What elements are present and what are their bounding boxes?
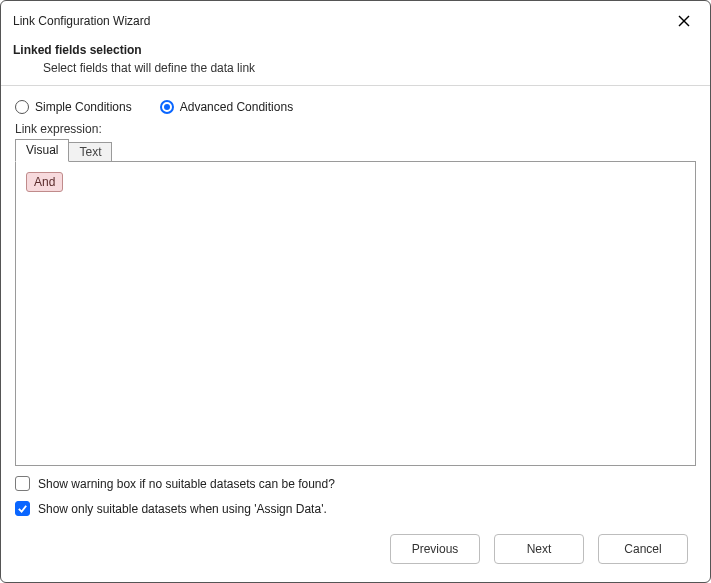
radio-icon: [160, 100, 174, 114]
page-heading: Linked fields selection: [13, 43, 698, 57]
suitable-checkbox-label: Show only suitable datasets when using '…: [38, 502, 327, 516]
cancel-button[interactable]: Cancel: [598, 534, 688, 564]
condition-mode-group: Simple Conditions Advanced Conditions: [15, 100, 696, 114]
suitable-option-row: Show only suitable datasets when using '…: [15, 501, 696, 516]
next-button[interactable]: Next: [494, 534, 584, 564]
window-title: Link Configuration Wizard: [13, 14, 668, 28]
expression-tabs: Visual Text: [15, 138, 696, 161]
root-operator-chip[interactable]: And: [26, 172, 63, 192]
advanced-conditions-radio[interactable]: Advanced Conditions: [160, 100, 293, 114]
warning-option-row: Show warning box if no suitable datasets…: [15, 476, 696, 491]
simple-conditions-radio[interactable]: Simple Conditions: [15, 100, 132, 114]
wizard-header: Linked fields selection Select fields th…: [1, 37, 710, 85]
simple-conditions-label: Simple Conditions: [35, 100, 132, 114]
checkmark-icon: [17, 503, 28, 514]
titlebar: Link Configuration Wizard: [1, 1, 710, 37]
expression-editor[interactable]: And: [15, 161, 696, 466]
close-icon: [678, 15, 690, 27]
suitable-checkbox[interactable]: [15, 501, 30, 516]
page-subtitle: Select fields that will define the data …: [13, 57, 698, 75]
tab-visual[interactable]: Visual: [15, 139, 69, 162]
warning-checkbox-label: Show warning box if no suitable datasets…: [38, 477, 335, 491]
close-button[interactable]: [668, 9, 700, 33]
wizard-footer: Previous Next Cancel: [1, 516, 710, 582]
tab-text[interactable]: Text: [68, 142, 112, 163]
radio-icon: [15, 100, 29, 114]
advanced-conditions-label: Advanced Conditions: [180, 100, 293, 114]
content-area: Simple Conditions Advanced Conditions Li…: [1, 86, 710, 516]
link-expression-label: Link expression:: [15, 122, 696, 136]
warning-checkbox[interactable]: [15, 476, 30, 491]
link-configuration-wizard-dialog: Link Configuration Wizard Linked fields …: [0, 0, 711, 583]
previous-button[interactable]: Previous: [390, 534, 480, 564]
